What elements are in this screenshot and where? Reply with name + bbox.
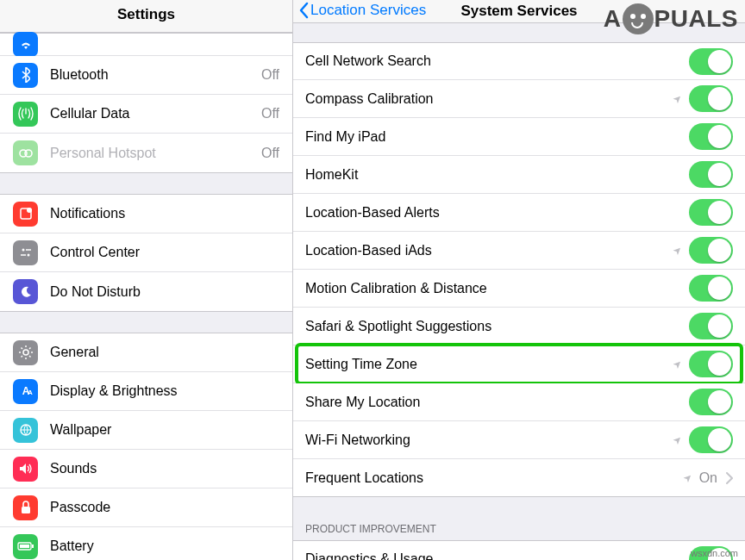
- sidebar-item-label: Wallpaper: [50, 422, 279, 438]
- battery-icon: [13, 534, 38, 559]
- notifications-icon: [13, 202, 38, 227]
- sidebar-item-label: Bluetooth: [50, 67, 256, 83]
- sidebar-item-label: Display & Brightness: [50, 383, 279, 399]
- toggle-switch[interactable]: [689, 199, 733, 226]
- svg-rect-13: [20, 544, 29, 548]
- row-label: Frequent Locations: [305, 470, 684, 486]
- svg-point-4: [22, 249, 24, 252]
- sound-icon: [13, 457, 38, 482]
- sidebar-item-label: Control Center: [50, 245, 279, 260]
- lock-icon: [13, 495, 38, 520]
- hotspot-icon: [13, 140, 38, 165]
- row-label: Share My Location: [305, 395, 689, 410]
- sidebar-item-wifi[interactable]: Wi-Fi: [0, 34, 292, 56]
- row-value: On: [699, 470, 717, 486]
- sidebar-item-general[interactable]: General: [0, 333, 292, 372]
- row-motion-calibration[interactable]: Motion Calibration & Distance: [293, 270, 745, 308]
- row-location-iads[interactable]: Location-Based iAds ➤: [293, 232, 745, 270]
- settings-container: Settings Wi-Fi Bluetooth Off Cellular Da: [0, 0, 745, 560]
- row-homekit[interactable]: HomeKit: [293, 156, 745, 194]
- sidebar-item-display[interactable]: AA Display & Brightness: [0, 372, 292, 411]
- row-label: Find My iPad: [305, 129, 689, 145]
- wifi-icon: [13, 32, 38, 57]
- toggle-switch[interactable]: [689, 389, 733, 415]
- row-wifi-networking[interactable]: Wi-Fi Networking ➤: [293, 421, 745, 459]
- sidebar-item-label: Passcode: [50, 500, 279, 515]
- sidebar-item-label: Notifications: [50, 206, 279, 221]
- row-cell-network-search[interactable]: Cell Network Search: [293, 42, 745, 80]
- sidebar-group-general: General AA Display & Brightness Wallpape…: [0, 333, 292, 560]
- sidebar-group-network: Wi-Fi Bluetooth Off Cellular Data Off: [0, 33, 292, 173]
- sidebar-group-alerts: Notifications Control Center Do Not Dist…: [0, 194, 292, 312]
- sidebar-item-wallpaper[interactable]: Wallpaper: [0, 411, 292, 450]
- detail-title: System Services: [460, 3, 577, 20]
- row-setting-time-zone[interactable]: Setting Time Zone ➤: [293, 345, 745, 383]
- sidebar-item-label: Cellular Data: [50, 106, 256, 121]
- sidebar-item-battery[interactable]: Battery: [0, 527, 292, 560]
- display-icon: AA: [13, 379, 38, 404]
- chevron-left-icon: [298, 2, 309, 19]
- toggle-switch[interactable]: [689, 123, 733, 150]
- row-safari-spotlight[interactable]: Safari & Spotlight Suggestions: [293, 308, 745, 345]
- section-gap: [293, 497, 745, 523]
- chevron-right-icon: [726, 472, 733, 484]
- sidebar-item-label: Battery: [50, 538, 279, 554]
- toggle-switch[interactable]: [689, 48, 733, 75]
- sidebar-item-value: Off: [261, 146, 279, 161]
- toggle-switch[interactable]: [689, 313, 733, 339]
- sidebar-item-label: Personal Hotspot: [50, 146, 256, 161]
- row-diagnostics-usage[interactable]: Diagnostics & Usage: [293, 540, 745, 560]
- sidebar-item-control-center[interactable]: Control Center: [0, 233, 292, 272]
- row-label: Location-Based iAds: [305, 243, 673, 258]
- row-label: Compass Calibration: [305, 91, 673, 107]
- detail-body: Cell Network Search Compass Calibration …: [293, 23, 745, 560]
- sidebar-item-notifications[interactable]: Notifications: [0, 195, 292, 233]
- row-label: HomeKit: [305, 167, 689, 183]
- toggle-switch[interactable]: [689, 351, 733, 377]
- cellular-icon: [13, 102, 38, 127]
- back-button[interactable]: Location Services: [298, 2, 426, 19]
- row-label: Safari & Spotlight Suggestions: [305, 319, 689, 334]
- toggle-switch[interactable]: [689, 237, 733, 264]
- row-location-alerts[interactable]: Location-Based Alerts: [293, 194, 745, 232]
- row-label: Location-Based Alerts: [305, 205, 689, 221]
- section-header: PRODUCT IMPROVEMENT: [293, 523, 745, 540]
- gear-icon: [13, 340, 38, 365]
- sidebar-item-dnd[interactable]: Do Not Disturb: [0, 272, 292, 311]
- svg-rect-10: [22, 507, 30, 513]
- row-share-my-location[interactable]: Share My Location: [293, 383, 745, 421]
- toggle-switch[interactable]: [689, 275, 733, 302]
- toggle-switch[interactable]: [689, 85, 733, 112]
- toggle-switch[interactable]: [689, 161, 733, 188]
- control-center-icon: [13, 240, 38, 265]
- sidebar-item-label: Do Not Disturb: [50, 284, 279, 300]
- sidebar-item-label: Sounds: [50, 461, 279, 476]
- svg-text:A: A: [28, 389, 33, 396]
- row-label: Cell Network Search: [305, 53, 689, 69]
- settings-sidebar: Settings Wi-Fi Bluetooth Off Cellular Da: [0, 0, 293, 560]
- sidebar-item-passcode[interactable]: Passcode: [0, 488, 292, 527]
- sidebar-item-hotspot[interactable]: Personal Hotspot Off: [0, 134, 292, 172]
- wallpaper-icon: [13, 418, 38, 443]
- sidebar-item-label: General: [50, 345, 279, 360]
- row-frequent-locations[interactable]: Frequent Locations ➤ On: [293, 459, 745, 497]
- row-compass-calibration[interactable]: Compass Calibration ➤: [293, 80, 745, 118]
- svg-point-3: [27, 208, 32, 213]
- row-label: Diagnostics & Usage: [305, 551, 689, 560]
- row-label: Wi-Fi Networking: [305, 432, 673, 448]
- bluetooth-icon: [13, 63, 38, 88]
- svg-rect-12: [32, 544, 34, 548]
- sidebar-item-sounds[interactable]: Sounds: [0, 450, 292, 488]
- sidebar-item-bluetooth[interactable]: Bluetooth Off: [0, 56, 292, 95]
- row-label: Setting Time Zone: [305, 357, 673, 372]
- sidebar-item-cellular[interactable]: Cellular Data Off: [0, 95, 292, 134]
- svg-point-5: [27, 254, 29, 257]
- toggle-switch[interactable]: [689, 426, 733, 453]
- footer-url: wsxdn.com: [691, 548, 738, 558]
- moon-icon: [13, 279, 38, 304]
- sidebar-item-value: Off: [261, 106, 279, 121]
- sidebar-item-value: Off: [261, 67, 279, 83]
- row-label: Motion Calibration & Distance: [305, 281, 689, 296]
- settings-title: Settings: [0, 0, 292, 33]
- row-find-my-ipad[interactable]: Find My iPad: [293, 118, 745, 156]
